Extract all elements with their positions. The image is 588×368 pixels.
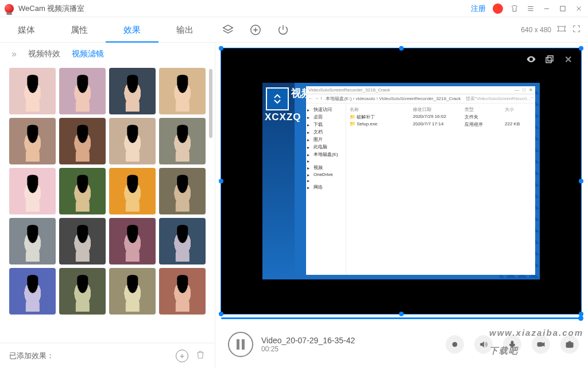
- shirt-icon[interactable]: [510, 4, 519, 13]
- filter-thumb[interactable]: [109, 168, 156, 214]
- app-logo-icon: [5, 4, 14, 13]
- filter-thumb[interactable]: [9, 218, 56, 264]
- explorer-side-item: ▸OneDrive: [307, 171, 345, 178]
- filter-thumb[interactable]: [9, 268, 56, 315]
- filter-thumb[interactable]: [109, 68, 156, 114]
- tab-props[interactable]: 属性: [53, 17, 106, 43]
- filter-thumb[interactable]: [59, 68, 106, 114]
- menu-icon[interactable]: [526, 4, 535, 13]
- video-content: 视频 XCXZQ VideoSoloScreenRecorder_3218_Cr…: [262, 83, 540, 279]
- filter-thumb[interactable]: [159, 268, 206, 315]
- delete-effect-button[interactable]: [195, 349, 206, 362]
- filter-grid: [9, 68, 206, 315]
- file-row: 📁 Setup.exe2020/7/7 17:14应用程序222 KB: [350, 121, 532, 128]
- main-tabs: 媒体 属性 效果 输出 640 x 480: [0, 17, 588, 43]
- overlay-subtitle: XCXZQ: [265, 112, 301, 123]
- popout-icon[interactable]: [544, 54, 555, 64]
- svg-rect-4: [548, 56, 553, 61]
- filter-thumb[interactable]: [109, 218, 156, 264]
- added-effects-row: 已添加效果： +: [0, 343, 215, 368]
- svg-rect-3: [546, 57, 551, 63]
- filter-thumb[interactable]: [59, 118, 106, 164]
- fit-icon[interactable]: [557, 24, 566, 36]
- explorer-side-item: ▸网络: [307, 183, 345, 191]
- explorer-side-item: ▸: [307, 178, 345, 183]
- app-title: WeCam 视频演播室: [18, 3, 84, 14]
- preview-canvas[interactable]: ✕ 视频 XCXZQ VideoSoloScreenRecorder_3218_…: [221, 48, 581, 314]
- minimize-icon[interactable]: [542, 4, 551, 13]
- explorer-side-item: ▸图片: [307, 136, 345, 143]
- svg-rect-2: [559, 26, 565, 31]
- filter-thumb[interactable]: [159, 118, 206, 164]
- svg-point-5: [452, 342, 457, 347]
- filter-thumb[interactable]: [159, 168, 206, 214]
- titlebar: WeCam 视频演播室 注册: [0, 0, 588, 17]
- filter-thumb[interactable]: [9, 118, 56, 164]
- filter-scrollbar[interactable]: [209, 69, 212, 138]
- filter-thumb[interactable]: [59, 268, 106, 315]
- record-button[interactable]: [446, 335, 464, 354]
- chat-icon[interactable]: [493, 3, 503, 14]
- effects-sidebar: » 视频特效 视频滤镜 已添加效果： +: [0, 43, 215, 368]
- explorer-side-item: ▸视频: [307, 164, 345, 171]
- register-link[interactable]: 注册: [471, 3, 486, 14]
- explorer-side-item: ▸快速访问: [307, 106, 345, 113]
- filter-thumb[interactable]: [159, 218, 206, 264]
- explorer-side-item: ▸此电脑: [307, 143, 345, 151]
- layers-icon[interactable]: [222, 24, 234, 36]
- subtab-video-fx[interactable]: 视频特效: [28, 49, 60, 59]
- more-subtabs-icon[interactable]: »: [11, 49, 17, 59]
- filter-thumb[interactable]: [9, 168, 56, 214]
- fullscreen-icon[interactable]: [572, 24, 581, 36]
- visibility-icon[interactable]: [526, 54, 536, 64]
- filter-thumb[interactable]: [159, 68, 206, 114]
- explorer-side-item: ▸桌面: [307, 113, 345, 121]
- explorer-side-item: ▸下载: [307, 121, 345, 128]
- preview-close-icon[interactable]: ✕: [563, 54, 573, 64]
- added-effects-label: 已添加效果：: [9, 351, 54, 361]
- filter-thumb[interactable]: [109, 118, 156, 164]
- preview-area: ✕ 视频 XCXZQ VideoSoloScreenRecorder_3218_…: [215, 43, 588, 368]
- explorer-side-item: ▸文档: [307, 128, 345, 136]
- track-time: 00:25: [261, 345, 355, 353]
- maximize-icon[interactable]: [558, 4, 567, 13]
- watermark: www.xiazaiba.com下载吧: [489, 322, 583, 358]
- explorer-side-item: ▸: [307, 158, 345, 164]
- track-name: Video_20-07-29_16-35-42: [261, 336, 355, 345]
- file-explorer-window: VideoSoloScreenRecorder_3218_Crack—□✕ ← …: [306, 86, 535, 275]
- resolution-label: 640 x 480: [521, 26, 551, 34]
- subtab-video-filter[interactable]: 视频滤镜: [72, 49, 104, 59]
- close-icon[interactable]: [574, 4, 583, 13]
- svg-rect-0: [560, 6, 565, 10]
- add-effect-button[interactable]: +: [176, 350, 188, 362]
- file-row: 📁 破解补丁2020/7/29 16:02文件夹: [350, 113, 532, 121]
- tab-media[interactable]: 媒体: [0, 17, 53, 43]
- pause-button[interactable]: [228, 332, 253, 357]
- filter-thumb[interactable]: [9, 68, 56, 114]
- filter-thumb[interactable]: [59, 218, 106, 264]
- filter-thumb[interactable]: [59, 168, 106, 214]
- tab-effects[interactable]: 效果: [106, 17, 158, 43]
- explorer-side-item: ▸本地磁盘(E): [307, 151, 345, 158]
- power-icon[interactable]: [277, 24, 289, 36]
- tab-output[interactable]: 输出: [158, 17, 211, 43]
- filter-thumb[interactable]: [109, 268, 156, 315]
- add-circle-icon[interactable]: [249, 24, 262, 36]
